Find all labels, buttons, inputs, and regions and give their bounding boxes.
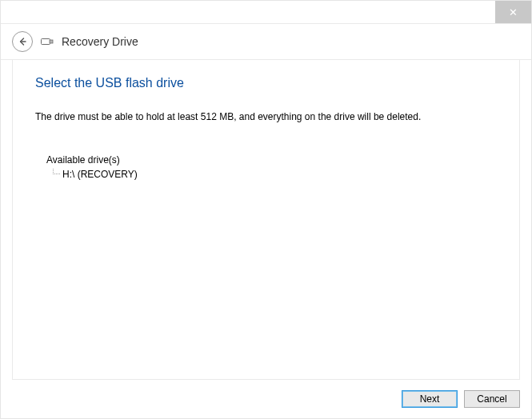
available-drives-label: Available drive(s) — [46, 154, 497, 166]
next-button[interactable]: Next — [402, 390, 458, 408]
wizard-content: Select the USB flash drive The drive mus… — [12, 59, 520, 380]
arrow-left-icon — [17, 36, 28, 47]
close-icon: ✕ — [509, 7, 518, 18]
drive-label: H:\ (RECOVERY) — [62, 169, 138, 180]
app-title: Recovery Drive — [62, 35, 138, 48]
back-button[interactable] — [12, 31, 33, 52]
page-heading: Select the USB flash drive — [35, 76, 497, 90]
drive-list-item[interactable]: H:\ (RECOVERY) — [53, 169, 497, 180]
close-button[interactable]: ✕ — [495, 1, 531, 23]
wizard-header: Recovery Drive — [1, 24, 531, 60]
cancel-button[interactable]: Cancel — [464, 390, 520, 408]
usb-drive-icon — [41, 38, 54, 46]
tree-connector-icon — [53, 169, 60, 174]
drive-list: H:\ (RECOVERY) — [53, 169, 497, 180]
instruction-text: The drive must be able to hold at least … — [35, 111, 497, 122]
svg-rect-1 — [42, 39, 50, 45]
recovery-drive-window: ✕ Recovery Drive Select the USB flash dr… — [0, 0, 532, 419]
svg-rect-2 — [50, 40, 53, 43]
titlebar: ✕ — [1, 1, 531, 24]
wizard-footer: Next Cancel — [1, 380, 531, 418]
